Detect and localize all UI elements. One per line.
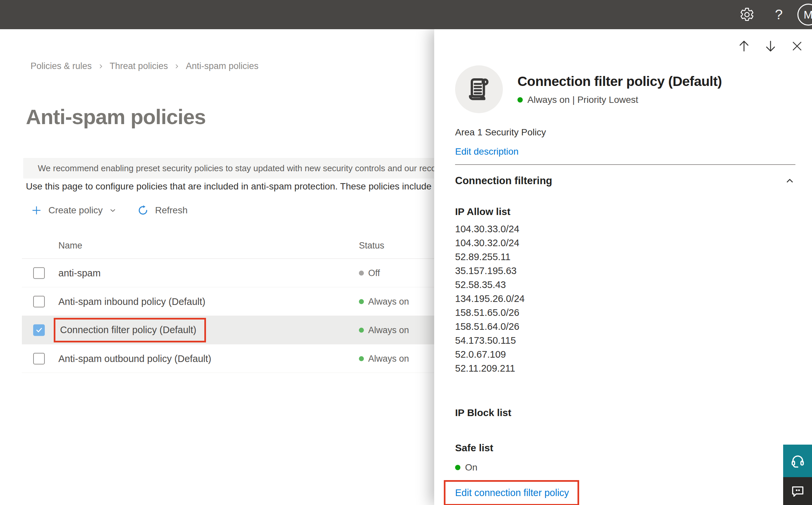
previous-item-button[interactable] [736, 38, 752, 54]
status-dot-on [455, 465, 460, 470]
breadcrumb: Policies & rules Threat policies Anti-sp… [30, 61, 258, 71]
status-text: Off [368, 268, 380, 278]
ip-allow-list-heading: IP Allow list [455, 206, 795, 217]
avatar-initial: M [804, 8, 812, 21]
breadcrumb-item-anti-spam-policies: Anti-spam policies [186, 61, 258, 71]
edit-description-link[interactable]: Edit description [455, 146, 519, 157]
ip-entry: 134.195.26.0/24 [455, 292, 795, 306]
section-title: Connection filtering [455, 175, 552, 187]
status-cell: Always on [359, 296, 409, 307]
status-dot-on [359, 356, 364, 361]
annotation-box-row: Connection filter policy (Default) [54, 318, 206, 342]
chevron-down-icon [109, 206, 117, 215]
create-policy-button[interactable]: Create policy [30, 204, 117, 216]
table-row[interactable]: Anti-spam outbound policy (Default) Alwa… [22, 344, 438, 373]
section-connection-filtering[interactable]: Connection filtering [455, 175, 795, 187]
safe-list-status: On [455, 462, 795, 473]
ip-entry: 52.89.255.11 [455, 250, 795, 264]
column-header-name[interactable]: Name [58, 232, 82, 259]
breadcrumb-item-threat-policies[interactable]: Threat policies [110, 61, 168, 71]
toolbar: Create policy Refresh [30, 204, 187, 216]
refresh-button[interactable]: Refresh [137, 204, 187, 216]
avatar[interactable]: M [797, 4, 812, 25]
status-cell: Off [359, 268, 380, 278]
panel-status-text: Always on | Priority Lowest [528, 95, 638, 105]
checkmark-icon [35, 326, 43, 334]
breadcrumb-item-policies-rules[interactable]: Policies & rules [30, 61, 92, 71]
ip-allow-list: 104.30.33.0/24104.30.32.0/2452.89.255.11… [455, 222, 795, 375]
column-header-status[interactable]: Status [359, 232, 384, 259]
details-panel: Connection filter policy (Default) Alway… [434, 29, 812, 505]
settings-button[interactable] [734, 0, 760, 29]
status-text: Always on [368, 325, 409, 335]
safe-list-value: On [465, 462, 477, 473]
ip-entry: 104.30.33.0/24 [455, 222, 795, 236]
feedback-button[interactable] [783, 477, 812, 505]
status-dot-on [518, 97, 523, 103]
edit-connection-filter-policy-link[interactable]: Edit connection filter policy [455, 487, 569, 498]
help-icon: ? [775, 7, 783, 23]
headset-icon [789, 453, 806, 469]
side-buttons [783, 445, 812, 505]
close-icon [790, 39, 804, 53]
ip-entry: 52.11.209.211 [455, 361, 795, 375]
annotation-box-link: Edit connection filter policy [444, 480, 579, 505]
table-row-selected[interactable]: Connection filter policy (Default) Alway… [22, 316, 438, 344]
ip-entry: 54.173.50.115 [455, 333, 795, 347]
page-description: Use this page to configure policies that… [26, 181, 442, 192]
status-text: Always on [368, 296, 409, 307]
policy-table: Name Status anti-spam Off Anti-spam inbo… [22, 232, 438, 373]
table-row[interactable]: Anti-spam inbound policy (Default) Alway… [22, 287, 438, 316]
ip-entry: 52.58.35.43 [455, 278, 795, 292]
status-cell: Always on [359, 325, 409, 335]
policy-icon [455, 65, 503, 113]
arrow-up-icon [737, 39, 751, 53]
close-panel-button[interactable] [789, 38, 805, 54]
plus-icon [30, 204, 42, 216]
chat-bubble-icon [790, 483, 805, 499]
banner-text: We recommend enabling preset security po… [38, 163, 442, 174]
recommendation-banner: We recommend enabling preset security po… [23, 158, 442, 178]
refresh-label: Refresh [155, 205, 187, 216]
row-checkbox-checked[interactable] [33, 324, 45, 336]
panel-nav [736, 38, 805, 54]
table-header: Name Status [22, 232, 438, 259]
scroll-icon [465, 74, 493, 105]
help-button[interactable]: ? [766, 0, 792, 29]
ip-entry: 158.51.64.0/26 [455, 320, 795, 333]
row-checkbox[interactable] [33, 296, 45, 307]
panel-title: Connection filter policy (Default) [518, 74, 722, 89]
panel-header: Connection filter policy (Default) Alway… [455, 65, 795, 113]
panel-header-text: Connection filter policy (Default) Alway… [518, 74, 722, 105]
chevron-up-icon [784, 175, 795, 186]
divider [455, 164, 795, 165]
status-dot-off [359, 271, 364, 276]
ip-entry: 104.30.32.0/24 [455, 236, 795, 250]
status-cell: Always on [359, 353, 409, 364]
policy-name[interactable]: anti-spam [58, 268, 100, 278]
status-dot-on [359, 328, 364, 332]
panel-status-line: Always on | Priority Lowest [518, 95, 722, 105]
ip-entry: 35.157.195.63 [455, 264, 795, 278]
row-checkbox[interactable] [33, 267, 45, 279]
page-title: Anti-spam policies [26, 105, 206, 129]
policy-name[interactable]: Connection filter policy (Default) [60, 325, 196, 335]
next-item-button[interactable] [763, 38, 778, 54]
safe-list-heading: Safe list [455, 442, 795, 454]
screen: ? M Policies & rules Threat policies Ant… [0, 0, 812, 505]
policy-description: Area 1 Security Policy [455, 127, 795, 138]
status-dot-on [359, 299, 364, 304]
arrow-down-icon [763, 39, 778, 53]
row-checkbox[interactable] [33, 353, 45, 364]
support-button[interactable] [783, 445, 812, 477]
policy-name[interactable]: Anti-spam outbound policy (Default) [58, 353, 211, 364]
refresh-icon [137, 204, 149, 216]
ip-entry: 158.51.65.0/26 [455, 306, 795, 320]
status-text: Always on [368, 353, 409, 364]
ip-entry: 52.0.67.109 [455, 347, 795, 361]
chevron-right-icon [173, 63, 180, 70]
policy-name[interactable]: Anti-spam inbound policy (Default) [58, 296, 205, 307]
chevron-right-icon [97, 63, 105, 70]
create-policy-label: Create policy [48, 205, 103, 216]
table-row[interactable]: anti-spam Off [22, 259, 438, 287]
